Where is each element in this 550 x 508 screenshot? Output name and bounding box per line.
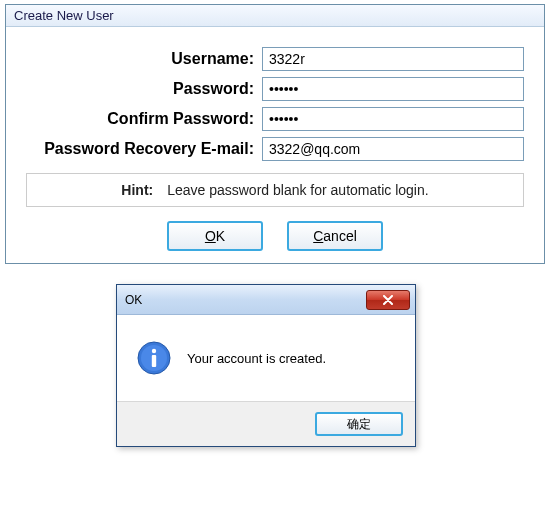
create-user-dialog: Create New User Username: Password: Conf… bbox=[5, 4, 545, 264]
password-label: Password: bbox=[26, 80, 262, 98]
password-input[interactable] bbox=[262, 77, 524, 101]
row-username: Username: bbox=[26, 47, 524, 71]
row-password: Password: bbox=[26, 77, 524, 101]
info-footer: 确定 bbox=[117, 401, 415, 446]
hint-box: Hint: Leave password blank for automatic… bbox=[26, 173, 524, 207]
info-body: Your account is created. bbox=[117, 315, 415, 401]
row-confirm: Confirm Password: bbox=[26, 107, 524, 131]
info-icon bbox=[137, 341, 171, 375]
cancel-mnemonic: C bbox=[313, 228, 323, 244]
svg-rect-3 bbox=[152, 355, 156, 367]
recovery-email-input[interactable] bbox=[262, 137, 524, 161]
svg-point-2 bbox=[152, 349, 156, 353]
ok-mnemonic: O bbox=[205, 228, 216, 244]
ok-button[interactable]: OK bbox=[167, 221, 263, 251]
cancel-button[interactable]: Cancel bbox=[287, 221, 383, 251]
row-email: Password Recovery E-mail: bbox=[26, 137, 524, 161]
hint-label: Hint: bbox=[121, 182, 153, 198]
info-message: Your account is created. bbox=[187, 351, 326, 366]
confirm-password-input[interactable] bbox=[262, 107, 524, 131]
close-icon bbox=[382, 295, 394, 305]
ok-rest: K bbox=[216, 228, 225, 244]
button-row: OK Cancel bbox=[26, 221, 524, 251]
close-button[interactable] bbox=[366, 290, 410, 310]
username-label: Username: bbox=[26, 50, 262, 68]
dialog-body: Username: Password: Confirm Password: Pa… bbox=[6, 27, 544, 263]
dialog-title: Create New User bbox=[6, 5, 544, 27]
confirm-password-label: Confirm Password: bbox=[26, 110, 262, 128]
username-input[interactable] bbox=[262, 47, 524, 71]
info-dialog: OK Your account is created. 确定 bbox=[116, 284, 416, 447]
info-titlebar: OK bbox=[117, 285, 415, 315]
hint-text: Leave password blank for automatic login… bbox=[167, 182, 428, 198]
info-title: OK bbox=[125, 293, 142, 307]
cancel-rest: ancel bbox=[323, 228, 356, 244]
info-ok-button[interactable]: 确定 bbox=[315, 412, 403, 436]
recovery-email-label: Password Recovery E-mail: bbox=[26, 140, 262, 158]
